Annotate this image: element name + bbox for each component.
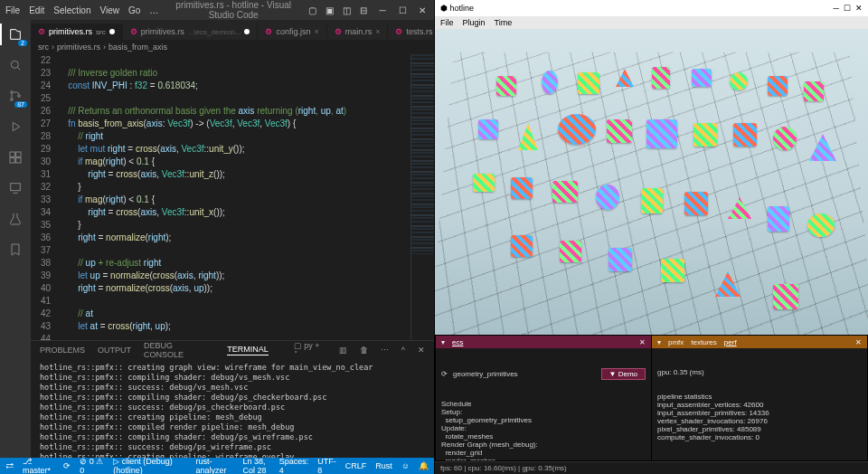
primitive-mesh[interactable] [661, 259, 684, 282]
collapse-icon[interactable]: ▾ [441, 338, 445, 346]
primitive-mesh[interactable] [641, 188, 663, 213]
menu-selection[interactable]: Selection [53, 5, 90, 15]
layout-icon-4[interactable]: ⊟ [360, 5, 367, 15]
primitive-mesh[interactable] [558, 114, 596, 145]
primitive-mesh[interactable] [552, 181, 578, 203]
terminal-output[interactable]: hotline_rs::pmfx:: creating graph view: … [31, 359, 434, 458]
primitive-mesh[interactable] [684, 192, 708, 215]
language-mode[interactable]: Rust [375, 461, 392, 470]
primitive-mesh[interactable] [646, 119, 677, 148]
primitive-mesh[interactable] [733, 123, 757, 147]
pmfx-tab[interactable]: pmfx [668, 338, 684, 346]
primitive-mesh[interactable] [768, 206, 789, 232]
eol[interactable]: CRLF [345, 461, 367, 470]
testing-icon[interactable] [6, 210, 24, 228]
search-icon[interactable] [6, 56, 24, 74]
primitive-mesh[interactable] [730, 72, 748, 90]
menu-file[interactable]: File [5, 5, 20, 15]
primitive-mesh[interactable] [693, 123, 717, 147]
feedback-icon[interactable]: ☺ [401, 461, 410, 470]
indent[interactable]: Spaces: 4 [279, 457, 309, 474]
notifications-icon[interactable]: 🔔 [419, 461, 429, 470]
primitive-mesh[interactable] [773, 284, 798, 309]
menu-view[interactable]: View [100, 5, 120, 15]
win-maximize[interactable]: ☐ [844, 4, 851, 13]
code-editor[interactable]: 2223242526272829303132333435363738394041… [31, 54, 434, 340]
primitive-mesh[interactable] [596, 185, 619, 210]
collapse-icon[interactable]: ▾ [657, 338, 661, 346]
primitive-mesh[interactable] [652, 67, 670, 89]
perf-tab[interactable]: perf [724, 338, 737, 346]
extensions-icon[interactable] [6, 148, 24, 166]
textures-tab[interactable]: textures [691, 338, 716, 346]
primitive-mesh[interactable] [542, 71, 558, 94]
bookmark-icon[interactable] [6, 241, 24, 259]
remote-indicator[interactable]: ⮂ [5, 461, 14, 470]
split-terminal-icon[interactable]: ▥ [339, 346, 347, 355]
more-icon[interactable]: ⋯ [381, 346, 389, 355]
ecs-tab[interactable]: ecs [452, 338, 463, 346]
primitive-mesh[interactable] [768, 76, 788, 96]
terminal-profile[interactable]: ▢ py + ˅ [294, 341, 326, 359]
primitive-mesh[interactable] [607, 119, 632, 143]
explorer-icon[interactable]: 2 [6, 25, 24, 43]
editor-tab[interactable]: ⚙primitives.rssrc [31, 24, 123, 40]
primitive-mesh[interactable] [511, 235, 533, 257]
panel-close-icon[interactable]: ✕ [639, 338, 646, 346]
demo-dropdown[interactable]: ▼ Demo [601, 368, 646, 380]
remote-icon[interactable] [6, 179, 24, 197]
panel-tab-debug[interactable]: DEBUG CONSOLE [144, 341, 214, 359]
layout-icon-3[interactable]: ◫ [343, 5, 351, 15]
menu-file[interactable]: File [440, 18, 454, 27]
menu-time[interactable]: Time [495, 18, 513, 27]
menu-plugin[interactable]: Plugin [463, 18, 486, 27]
primitive-mesh[interactable] [511, 177, 533, 199]
menu-more[interactable]: … [149, 5, 158, 15]
layout-icon[interactable]: ▢ [308, 5, 316, 15]
rust-analyzer[interactable]: rust-analyzer [196, 457, 234, 474]
kill-terminal-icon[interactable]: 🗑 [360, 346, 368, 355]
primitive-mesh[interactable] [478, 119, 498, 139]
minimap[interactable] [410, 54, 434, 340]
git-branch[interactable]: ⎇ master* [23, 457, 54, 474]
primitive-mesh[interactable] [560, 241, 581, 262]
win-close[interactable]: ✕ [855, 4, 863, 13]
run-target[interactable]: ▷ client (Debug) (hotline) [113, 457, 186, 474]
layout-icon-2[interactable]: ▣ [326, 5, 334, 15]
cursor-position[interactable]: Ln 38, Col 28 [243, 457, 270, 474]
close-panel-icon[interactable]: ✕ [418, 346, 425, 355]
breadcrumb-seg[interactable]: basis_from_axis [108, 43, 167, 52]
maximize-panel-icon[interactable]: ^ [401, 346, 405, 355]
close-button[interactable]: ✕ [416, 5, 429, 15]
primitive-mesh[interactable] [804, 81, 824, 101]
win-minimize[interactable]: ─ [834, 4, 839, 13]
primitive-mesh[interactable] [578, 72, 599, 94]
panel-close-icon[interactable]: ✕ [855, 338, 862, 346]
primitive-mesh[interactable] [473, 174, 495, 192]
primitive-mesh[interactable] [692, 69, 712, 87]
panel-tab-terminal[interactable]: TERMINAL [227, 345, 269, 356]
encoding[interactable]: UTF-8 [317, 457, 336, 474]
menu-go[interactable]: Go [128, 5, 140, 15]
primitive-mesh[interactable] [496, 76, 516, 96]
sync-icon[interactable]: ⟳ [63, 461, 71, 470]
menu-edit[interactable]: Edit [29, 5, 44, 15]
editor-tab[interactable]: ⚙primitives.rs...\ecs_demos\... [123, 24, 259, 40]
breadcrumb-seg[interactable]: src [38, 43, 49, 52]
reload-icon[interactable]: ⟳ [441, 370, 448, 378]
debug-icon[interactable] [6, 118, 24, 136]
source-control-icon[interactable]: 87 [6, 87, 24, 105]
viewport-3d[interactable] [435, 29, 868, 335]
primitive-mesh[interactable] [609, 248, 632, 271]
panel-tab-output[interactable]: OUTPUT [98, 346, 131, 355]
breadcrumb[interactable]: src› primitives.rs› basis_from_axis [31, 40, 434, 54]
errors-warnings[interactable]: ⊘ 0 ⚠ 0 [80, 457, 104, 474]
panel-tab-problems[interactable]: PROBLEMS [40, 346, 85, 355]
breadcrumb-seg[interactable]: primitives.rs [57, 43, 100, 52]
maximize-button[interactable]: ☐ [396, 5, 409, 15]
editor-tab[interactable]: ⚙main.rs× [327, 24, 389, 40]
primitive-mesh[interactable] [807, 213, 835, 237]
primitive-mesh[interactable] [773, 127, 797, 150]
editor-tab[interactable]: ⚙config.jsn× [258, 24, 326, 40]
minimize-button[interactable]: ─ [376, 5, 389, 15]
